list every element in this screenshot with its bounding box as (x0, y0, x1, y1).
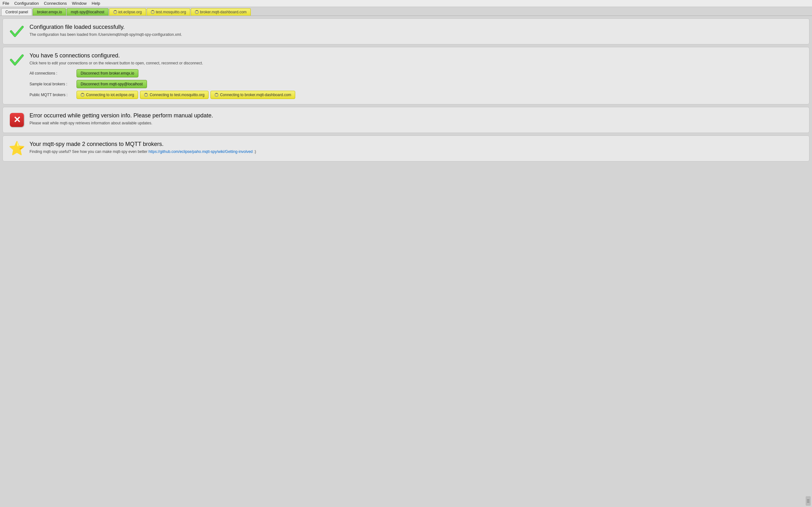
subtitle-suffix: :) (253, 150, 256, 154)
tab-mqtt-spy-localhost[interactable]: mqtt-spy@localhost (67, 8, 109, 15)
card-connections-configured[interactable]: You have 5 connections configured. Click… (3, 47, 809, 104)
tab-broker-mqtt-dashboard[interactable]: broker.mqtt-dashboard.com (191, 8, 251, 15)
card-error-content: Error occurred while getting version inf… (30, 112, 803, 125)
menu-configuration[interactable]: Configuration (14, 1, 39, 6)
menu-help[interactable]: Help (92, 1, 100, 6)
spinner-icon (113, 10, 117, 14)
spinner-icon (215, 93, 218, 97)
all-connections-row: All connections : Disconnect from broker… (30, 69, 803, 77)
error-x-symbol: ✕ (13, 115, 21, 124)
card-config-loaded: Configuration file loaded successfully. … (3, 18, 809, 44)
star-icon: ⭐ (9, 141, 24, 156)
connect-mqtt-dashboard-label: Connecting to broker.mqtt-dashboard.com (220, 93, 291, 97)
connect-iot-eclipse-button[interactable]: Connecting to iot.eclipse.org (76, 91, 138, 99)
card-config-title: Configuration file loaded successfully. (30, 24, 803, 31)
card-error: ✕ Error occurred while getting version i… (3, 107, 809, 133)
card-connections-title: You have 5 connections configured. (30, 52, 803, 59)
main-content: Configuration file loaded successfully. … (0, 16, 812, 164)
menu-connections[interactable]: Connections (44, 1, 67, 6)
disconnect-localhost-button[interactable]: Disconnect from mqtt-spy@localhost (76, 80, 147, 88)
card-connections-content: You have 5 connections configured. Click… (30, 52, 803, 99)
card-connections-made: ⭐ Your mqtt-spy made 2 connections to MQ… (3, 135, 809, 162)
tab-iot-eclipse[interactable]: iot.eclipse.org (109, 8, 146, 15)
public-broker-buttons: Connecting to iot.eclipse.org Connecting… (76, 91, 295, 99)
connect-iot-eclipse-label: Connecting to iot.eclipse.org (86, 93, 134, 97)
tab-test-mosquitto[interactable]: test.mosquitto.org (147, 8, 190, 15)
tab-broker-emqx[interactable]: broker.emqx.io (33, 8, 66, 15)
spinner-icon (195, 10, 199, 14)
all-connections-label: All connections : (30, 71, 74, 75)
connection-rows: All connections : Disconnect from broker… (30, 69, 803, 99)
card-error-title: Error occurred while getting version inf… (30, 112, 803, 119)
public-brokers-label: Public MQTT brokers : (30, 93, 74, 97)
connect-test-mosquitto-button[interactable]: Connecting to test.mosquitto.org (140, 91, 209, 99)
checkmark-icon-connections (9, 52, 24, 68)
card-connections-subtitle: Click here to edit your connections or o… (30, 61, 803, 65)
menubar: File Configuration Connections Window He… (0, 0, 812, 7)
subtitle-prefix: Finding mqtt-spy useful? See how you can… (30, 150, 149, 154)
card-error-subtitle: Please wait while mqtt-spy retrieves inf… (30, 121, 803, 125)
star-symbol: ⭐ (9, 142, 25, 155)
error-icon: ✕ (9, 112, 24, 127)
connect-test-mosquitto-label: Connecting to test.mosquitto.org (150, 93, 205, 97)
local-brokers-row: Sample local brokers : Disconnect from m… (30, 80, 803, 88)
local-brokers-label: Sample local brokers : (30, 82, 74, 86)
card-config-subtitle: The configuration has been loaded from /… (30, 33, 803, 37)
card-connections-made-content: Your mqtt-spy made 2 connections to MQTT… (30, 141, 803, 154)
tabbar: Control panel broker.emqx.io mqtt-spy@lo… (0, 7, 812, 16)
spinner-icon (151, 10, 155, 14)
menu-window[interactable]: Window (72, 1, 87, 6)
menu-file[interactable]: File (3, 1, 9, 6)
spinner-icon (144, 93, 148, 97)
spinner-icon (80, 93, 85, 97)
github-link[interactable]: https://github.com/eclipse/paho.mqtt-spy… (149, 150, 253, 154)
public-brokers-row: Public MQTT brokers : Connecting to iot.… (30, 91, 803, 99)
card-config-content: Configuration file loaded successfully. … (30, 24, 803, 37)
disconnect-emqx-button[interactable]: Disconnect from broker.emqx.io (76, 69, 139, 77)
checkmark-icon-config (9, 24, 24, 39)
tab-control-panel[interactable]: Control panel (1, 8, 32, 15)
card-connections-made-subtitle: Finding mqtt-spy useful? See how you can… (30, 150, 803, 154)
connect-mqtt-dashboard-button[interactable]: Connecting to broker.mqtt-dashboard.com (210, 91, 295, 99)
card-connections-made-title: Your mqtt-spy made 2 connections to MQTT… (30, 141, 803, 148)
